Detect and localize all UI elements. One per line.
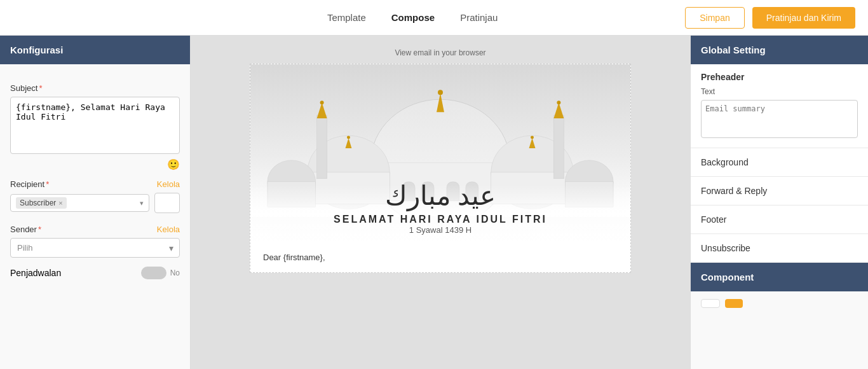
recipient-row: Subscriber × ▾ [10,193,180,213]
sender-label: Sender* Kelola [10,225,180,234]
main-layout: Konfigurasi Subject* {firstname}, Selama… [0,36,868,369]
konfigurasi-content: Subject* {firstname}, Selamat Hari Raya … [0,64,190,289]
penjadwalan-toggle[interactable]: No [141,267,180,279]
subscriber-tag: Subscriber × [16,197,67,209]
tab-compose[interactable]: Compose [391,12,435,23]
svg-rect-11 [317,115,327,179]
toggle-label: No [170,268,180,277]
left-panel: Konfigurasi Subject* {firstname}, Selama… [0,36,191,369]
nav-tabs: Template Compose Pratinjau [327,12,498,23]
preheader-label: Preheader [701,72,858,82]
component-button-2[interactable] [725,299,743,308]
tag-dropdown-arrow[interactable]: ▾ [140,199,144,207]
right-panel: Global Setting Preheader Text Background… [690,36,868,369]
background-section[interactable]: Background [691,148,868,177]
component-row [691,291,868,316]
penjadwalan-row: Penjadwalan No [10,267,180,279]
top-navigation: Template Compose Pratinjau Simpan Pratin… [0,0,868,36]
kelola-sender-link[interactable]: Kelola [157,225,180,234]
emoji-icon[interactable]: 🙂 [10,158,180,171]
component-header: Component [691,263,868,291]
global-setting-header: Global Setting [691,36,868,64]
penjadwalan-label: Penjadwalan [10,268,61,278]
recipient-tag-select[interactable]: Subscriber × ▾ [10,194,149,212]
konfigurasi-header: Konfigurasi [0,36,190,64]
unsubscribe-label: Unsubscribe [701,243,750,253]
view-in-browser[interactable]: View email in your browser [395,48,485,57]
kelola-recipient-link[interactable]: Kelola [157,179,180,189]
eid-arabic-text: عيد مبارك [334,180,547,211]
subject-label: Subject* [10,83,180,93]
toggle-bg [141,267,166,279]
remove-subscriber-tag[interactable]: × [58,199,62,207]
svg-point-18 [438,90,443,95]
text-label: Text [701,87,858,96]
forward-reply-section[interactable]: Forward & Reply [691,177,868,205]
svg-point-22 [531,136,534,139]
svg-point-20 [347,136,350,139]
sender-select-wrapper: Pilih [10,238,180,258]
unsubscribe-section[interactable]: Unsubscribe [691,234,868,263]
footer-label: Footer [701,214,726,225]
nav-actions: Simpan Pratinjau dan Kirim [685,7,855,29]
background-label: Background [701,157,749,167]
preheader-section: Preheader Text [691,64,868,148]
sender-select[interactable]: Pilih [10,238,180,258]
center-panel: View email in your browser [191,36,690,369]
mosque-image: عيد مبارك SELAMAT HARI RAYA IDUL FITRI 1… [250,64,630,242]
eid-subtitle: 1 Syawal 1439 H [334,225,547,235]
svg-point-13 [320,101,324,104]
subject-input[interactable]: {firstname}, Selamat Hari Raya Idul Fitr… [10,97,180,154]
simpan-button[interactable]: Simpan [685,7,744,29]
forward-reply-label: Forward & Reply [701,186,767,196]
recipient-label: Recipient* Kelola [10,179,180,189]
preheader-textarea[interactable] [701,100,858,138]
eid-title: SELAMAT HARI RAYA IDUL FITRI [334,214,547,225]
pratinjau-kirim-button[interactable]: Pratinjau dan Kirim [752,7,855,29]
tab-pratinjau[interactable]: Pratinjau [460,12,498,23]
tab-template[interactable]: Template [327,12,366,23]
email-body: Dear {firstname}, [250,242,630,272]
footer-section[interactable]: Footer [691,205,868,234]
body-dear-text: Dear {firstname}, [263,253,325,262]
email-preview: عيد مبارك SELAMAT HARI RAYA IDUL FITRI 1… [250,64,631,273]
recipient-extra-input[interactable] [154,193,180,213]
component-button-1[interactable] [701,299,720,308]
svg-point-16 [557,101,560,104]
svg-rect-14 [553,115,564,179]
eid-text-area: عيد مبارك SELAMAT HARI RAYA IDUL FITRI 1… [334,180,547,242]
